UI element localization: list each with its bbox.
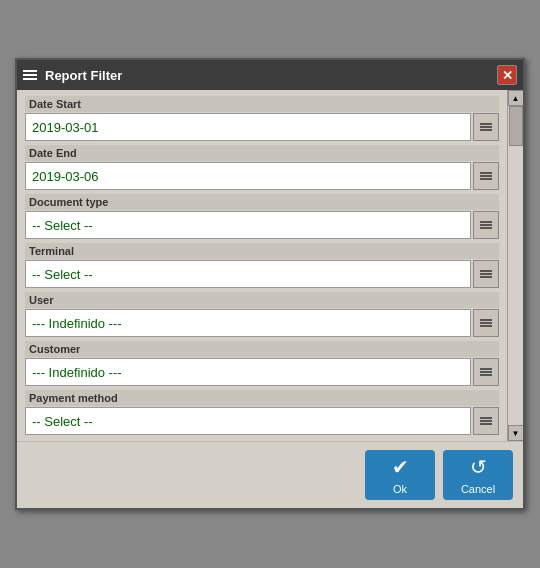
field-group-document-type: Document type [25, 194, 499, 239]
input-date-start[interactable] [25, 113, 471, 141]
input-customer[interactable] [25, 358, 471, 386]
label-payment-method: Payment method [25, 390, 499, 406]
label-date-start: Date Start [25, 96, 499, 112]
scrollbar: ▲ ▼ [507, 90, 523, 441]
input-date-end[interactable] [25, 162, 471, 190]
field-group-customer: Customer [25, 341, 499, 386]
scroll-thumb[interactable] [509, 106, 523, 146]
field-group-date-end: Date End [25, 145, 499, 190]
field-row-terminal [25, 260, 499, 288]
dialog-title: Report Filter [45, 68, 497, 83]
label-customer: Customer [25, 341, 499, 357]
label-user: User [25, 292, 499, 308]
cancel-button[interactable]: ↺ Cancel [443, 450, 513, 500]
report-filter-dialog: Report Filter ✕ Date StartDate EndDocume… [15, 58, 525, 510]
picker-button-date-start[interactable] [473, 113, 499, 141]
ok-icon: ✔ [392, 455, 409, 479]
titlebar: Report Filter ✕ [17, 60, 523, 90]
field-row-payment-method [25, 407, 499, 435]
label-date-end: Date End [25, 145, 499, 161]
form-area: Date StartDate EndDocument typeTerminalU… [17, 90, 507, 441]
picker-button-date-end[interactable] [473, 162, 499, 190]
ok-label: Ok [393, 483, 407, 495]
input-payment-method[interactable] [25, 407, 471, 435]
picker-button-payment-method[interactable] [473, 407, 499, 435]
scroll-up-button[interactable]: ▲ [508, 90, 524, 106]
picker-icon-customer [480, 368, 492, 376]
input-user[interactable] [25, 309, 471, 337]
picker-icon-terminal [480, 270, 492, 278]
picker-button-user[interactable] [473, 309, 499, 337]
close-button[interactable]: ✕ [497, 65, 517, 85]
cancel-icon: ↺ [470, 455, 487, 479]
dialog-content: Date StartDate EndDocument typeTerminalU… [17, 90, 523, 441]
picker-button-customer[interactable] [473, 358, 499, 386]
ok-button[interactable]: ✔ Ok [365, 450, 435, 500]
field-row-date-start [25, 113, 499, 141]
input-document-type[interactable] [25, 211, 471, 239]
picker-icon-date-end [480, 172, 492, 180]
field-group-payment-method: Payment method [25, 390, 499, 435]
scroll-down-button[interactable]: ▼ [508, 425, 524, 441]
label-terminal: Terminal [25, 243, 499, 259]
picker-icon-payment-method [480, 417, 492, 425]
picker-button-document-type[interactable] [473, 211, 499, 239]
cancel-label: Cancel [461, 483, 495, 495]
field-group-terminal: Terminal [25, 243, 499, 288]
picker-icon-date-start [480, 123, 492, 131]
picker-button-terminal[interactable] [473, 260, 499, 288]
field-row-user [25, 309, 499, 337]
field-row-document-type [25, 211, 499, 239]
label-document-type: Document type [25, 194, 499, 210]
picker-icon-user [480, 319, 492, 327]
field-group-date-start: Date Start [25, 96, 499, 141]
scroll-track [509, 106, 523, 425]
footer: ✔ Ok ↺ Cancel [17, 441, 523, 508]
dialog-icon [23, 70, 37, 80]
field-group-user: User [25, 292, 499, 337]
field-row-customer [25, 358, 499, 386]
field-row-date-end [25, 162, 499, 190]
input-terminal[interactable] [25, 260, 471, 288]
picker-icon-document-type [480, 221, 492, 229]
